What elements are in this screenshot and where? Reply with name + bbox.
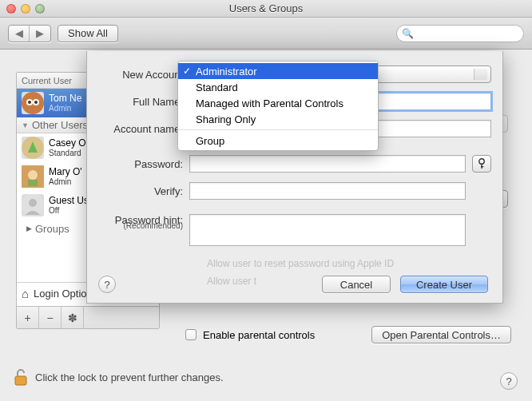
show-all-button[interactable]: Show All [58, 25, 118, 42]
user-role: Standard [49, 149, 86, 157]
svg-point-11 [479, 159, 484, 164]
sidebar-footer: + − ✽ [17, 306, 159, 328]
account-type-menu[interactable]: Administrator Standard Managed with Pare… [177, 61, 379, 151]
avatar [22, 92, 44, 114]
lock-footer[interactable]: Click the lock to prevent further change… [13, 367, 224, 387]
disclosure-icon[interactable]: ▼ [22, 121, 29, 129]
create-user-button[interactable]: Create User [400, 276, 488, 293]
svg-point-4 [34, 101, 38, 104]
open-parental-button[interactable]: Open Parental Controls… [371, 326, 511, 343]
window-title: Users & Groups [0, 2, 532, 14]
menu-item-sharing[interactable]: Sharing Only [178, 111, 378, 127]
avatar [22, 165, 44, 188]
account-name-label: Account name: [87, 123, 183, 135]
password-assistant-button[interactable] [472, 155, 491, 173]
add-button[interactable]: + [17, 307, 39, 328]
key-icon [477, 158, 486, 169]
svg-point-0 [22, 92, 44, 114]
avatar [22, 194, 44, 216]
remove-button[interactable]: − [39, 307, 62, 328]
menu-item-standard[interactable]: Standard [178, 79, 378, 95]
svg-rect-8 [28, 180, 38, 186]
cancel-button[interactable]: Cancel [322, 276, 391, 293]
help-button[interactable]: ? [98, 276, 116, 293]
password-field[interactable] [189, 155, 466, 173]
new-account-label: New Account [87, 69, 183, 81]
unlock-icon [13, 367, 29, 387]
svg-point-10 [29, 199, 37, 207]
title-bar: Users & Groups [0, 0, 532, 18]
toolbar: ◀ ▶ Show All 🔍 [0, 18, 532, 50]
svg-rect-13 [481, 166, 483, 167]
user-name: Tom Ne [49, 93, 81, 104]
search-input[interactable]: 🔍 [396, 25, 524, 42]
svg-point-7 [28, 170, 38, 180]
disclosure-icon[interactable]: ▶ [26, 224, 32, 232]
ghost-allow-user: Allow user t [207, 276, 256, 287]
avatar [22, 137, 44, 159]
svg-point-3 [28, 101, 31, 104]
help-button[interactable]: ? [500, 372, 518, 390]
back-icon[interactable]: ◀ [9, 26, 30, 42]
hint-sublabel: (Recommended) [87, 221, 183, 230]
full-name-label: Full Name: [87, 96, 183, 108]
ghost-allow-reset: Allow user to reset password using Apple… [207, 258, 394, 269]
menu-item-group[interactable]: Group [178, 133, 378, 149]
svg-rect-14 [15, 376, 26, 385]
menu-item-administrator[interactable]: Administrator [178, 63, 378, 79]
user-role: Admin [49, 104, 81, 113]
user-name: Mary O' [49, 167, 82, 177]
search-icon: 🔍 [402, 28, 414, 39]
menu-item-managed[interactable]: Managed with Parental Controls [178, 95, 378, 111]
forward-icon[interactable]: ▶ [30, 26, 50, 42]
verify-label: Verify: [87, 185, 183, 197]
lock-text: Click the lock to prevent further change… [35, 371, 224, 383]
user-role: Off [49, 206, 89, 215]
user-name: Casey O [49, 138, 86, 149]
parental-controls-row: Enable parental controls Open Parental C… [185, 326, 511, 343]
nav-back-forward[interactable]: ◀ ▶ [8, 25, 51, 42]
password-label: Password: [87, 158, 183, 170]
parental-label: Enable parental controls [203, 329, 315, 341]
gear-icon[interactable]: ✽ [62, 307, 84, 328]
parental-checkbox[interactable] [185, 329, 197, 340]
home-icon: ⌂ [22, 287, 29, 300]
user-role: Admin [49, 177, 82, 186]
menu-separator [178, 129, 378, 130]
hint-field[interactable] [189, 214, 466, 246]
user-name: Guest Us [49, 196, 89, 206]
verify-field[interactable] [189, 182, 466, 200]
